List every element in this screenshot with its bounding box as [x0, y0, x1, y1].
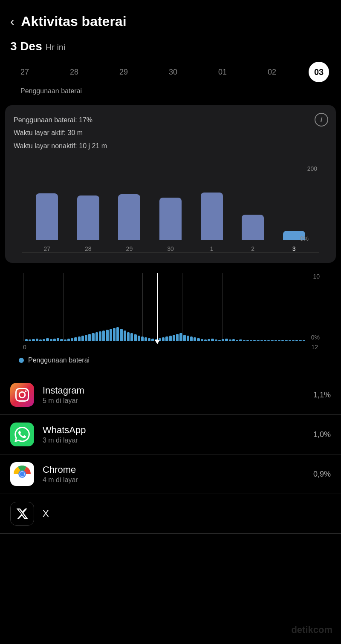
timeline-bar-56	[222, 339, 224, 341]
bar-30	[159, 198, 182, 240]
bar-label-3: 3	[292, 245, 296, 252]
timeline-bar-25	[113, 328, 116, 341]
timeline-bar-59	[232, 339, 235, 341]
timeline-bar-58	[229, 339, 231, 341]
timeline-bar-19	[92, 333, 94, 341]
timeline-bar-21	[99, 331, 101, 341]
timeline-bar-17	[85, 335, 87, 341]
app-time: 5 m di layar	[43, 397, 305, 405]
timeline-labels: 0 12	[19, 341, 322, 351]
timeline-bar-23	[106, 330, 108, 341]
timeline-bar-69	[267, 340, 270, 341]
legend-dot	[19, 358, 24, 363]
app-item-whatsapp[interactable]: WhatsApp3 m di layar1,0%	[0, 415, 341, 454]
svg-point-4	[20, 472, 24, 477]
bar-label-1: 1	[210, 245, 214, 252]
timeline-bar-75	[289, 340, 291, 341]
date-item-27[interactable]: 27	[12, 65, 38, 79]
timeline-bar-74	[285, 340, 287, 341]
timeline-bar-9	[57, 338, 59, 341]
bar-label-28: 28	[85, 245, 92, 252]
app-name: Instagram	[43, 385, 305, 396]
timeline-scale-bottom: 0%	[311, 334, 320, 341]
timeline-bar-22	[102, 331, 105, 341]
timeline-bar-32	[138, 336, 140, 341]
bar-1	[201, 193, 223, 240]
date-selector: 27282930010203	[10, 62, 331, 82]
app-item-instagram[interactable]: Instagram5 m di layar1,1%	[0, 375, 341, 415]
bar-group-1: 1	[201, 193, 223, 252]
app-list: Instagram5 m di layar1,1% WhatsApp3 m di…	[0, 370, 341, 539]
bar-label-29: 29	[126, 245, 133, 252]
watermark: detikcom	[291, 624, 332, 635]
app-percent: 1,0%	[313, 430, 331, 439]
timeline-bar-13	[71, 338, 73, 341]
app-item-x[interactable]: X	[0, 494, 341, 534]
bar-27	[36, 193, 58, 240]
bar-2	[242, 215, 264, 240]
date-item-03[interactable]: 03	[309, 62, 329, 82]
timeline-bar-65	[253, 340, 256, 341]
timeline-bar-15	[78, 336, 81, 341]
timeline-bar-47	[190, 336, 193, 341]
timeline-bar-34	[144, 337, 147, 341]
timeline-bar-1	[29, 339, 31, 341]
timeline-bar-12	[67, 339, 70, 341]
date-item-29[interactable]: 29	[111, 65, 136, 79]
timeline-bar-41	[169, 336, 172, 341]
timeline-bar-57	[225, 339, 228, 341]
timeline-bar-55	[218, 340, 221, 341]
date-item-01[interactable]: 01	[210, 65, 235, 79]
timeline-bar-61	[239, 339, 242, 341]
timeline-bar-40	[165, 336, 168, 341]
timeline-bar-66	[257, 340, 259, 341]
timeline-bar-2	[32, 339, 35, 341]
bar-chart: 272829301230%	[22, 193, 319, 253]
bar-chart-wrapper: 200 272829301230%	[14, 161, 327, 253]
timeline-bar-4	[39, 339, 42, 341]
app-icon-instagram	[10, 383, 34, 407]
timeline-bar-79	[303, 340, 305, 341]
page-title: Aktivitas baterai	[21, 14, 126, 29]
timeline-bar-62	[243, 340, 246, 341]
timeline-bar-6	[46, 338, 49, 341]
timeline-bar-31	[134, 334, 136, 341]
info-icon[interactable]: i	[315, 113, 328, 126]
back-button[interactable]: ‹	[10, 15, 14, 29]
app-item-chrome[interactable]: Chrome4 m di layar0,9%	[0, 454, 341, 494]
timeline-bar-20	[95, 332, 98, 341]
timeline-chart: 10 0%	[23, 273, 307, 341]
timeline-bar-76	[292, 340, 295, 341]
timeline-bars	[23, 273, 307, 341]
timeline-bar-45	[183, 335, 186, 341]
timeline-bar-30	[130, 333, 133, 341]
date-item-30[interactable]: 30	[160, 65, 186, 79]
bar-group-27: 27	[36, 193, 58, 252]
app-icon-x	[10, 502, 34, 526]
date-item-28[interactable]: 28	[61, 65, 87, 79]
timeline-bar-27	[120, 329, 122, 341]
timeline-bar-43	[176, 334, 179, 341]
timeline-bar-54	[215, 339, 217, 341]
timeline-bar-14	[74, 337, 77, 341]
timeline-bar-48	[194, 337, 196, 341]
section-label: Penggunaan baterai	[10, 87, 331, 95]
timeline-bar-18	[88, 334, 91, 341]
app-info-chrome: Chrome4 m di layar	[43, 464, 305, 484]
timeline-bar-11	[64, 339, 66, 341]
bar-group-29: 29	[118, 194, 140, 252]
app-info-whatsapp: WhatsApp3 m di layar	[43, 425, 305, 444]
bar-chart-zero: 0%	[300, 235, 309, 242]
timeline-bar-70	[271, 340, 273, 341]
timeline-bar-73	[281, 340, 284, 341]
timeline-bar-8	[53, 339, 56, 341]
date-item-02[interactable]: 02	[259, 65, 285, 79]
timeline-bar-42	[173, 335, 175, 341]
timeline-scale-top: 10	[313, 273, 320, 280]
app-info-instagram: Instagram5 m di layar	[43, 385, 305, 405]
app-icon-whatsapp	[10, 423, 34, 446]
timeline-bar-28	[124, 331, 126, 341]
app-icon-chrome	[10, 462, 34, 486]
header: ‹ Aktivitas baterai	[0, 0, 341, 36]
info-card: Penggunaan baterai: 17% Waktu layar akti…	[5, 105, 336, 263]
